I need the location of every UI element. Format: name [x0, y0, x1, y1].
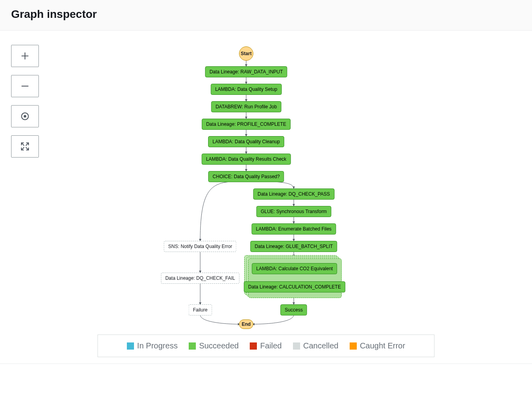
start-node[interactable]: Start: [239, 46, 253, 61]
svg-point-1: [24, 115, 26, 117]
node-enum-batched[interactable]: LAMBDA: Enumerate Batched Files: [252, 223, 336, 235]
legend-caught: Caught Error: [350, 341, 406, 350]
target-icon: [20, 111, 30, 121]
legend-cancelled: Cancelled: [293, 341, 339, 350]
node-calc-co2[interactable]: LAMBDA: Calculate CO2 Equivalent: [252, 263, 337, 274]
plus-icon: [20, 51, 30, 61]
node-profile-complete[interactable]: Data Lineage: PROFILE_COMPLETE: [202, 119, 291, 130]
swatch-succeeded: [189, 342, 196, 350]
legend: In Progress Succeeded Failed Cancelled C…: [98, 335, 434, 357]
node-raw-input[interactable]: Data Lineage: RAW_DATA_INPUT: [205, 66, 287, 77]
page-title: Graph inspector: [11, 8, 521, 21]
node-sns-error[interactable]: SNS: Notify Data Quality Error: [164, 241, 236, 252]
legend-succeeded: Succeeded: [189, 341, 239, 350]
node-success[interactable]: Success: [280, 304, 307, 315]
node-dq-fail[interactable]: Data Lineage: DQ_CHECK_FAIL: [161, 273, 239, 284]
legend-label: Succeeded: [199, 341, 239, 350]
legend-label: In Progress: [137, 341, 178, 350]
zoom-controls: [11, 45, 39, 158]
fullscreen-button[interactable]: [11, 135, 39, 158]
center-button[interactable]: [11, 105, 39, 127]
node-profile-job[interactable]: DATABREW: Run Profile Job: [211, 101, 281, 112]
node-choice[interactable]: CHOICE: Data Quality Passed?: [208, 171, 284, 182]
swatch-failed: [250, 342, 257, 350]
graph-canvas[interactable]: Start Data Lineage: RAW_DATA_INPUT LAMBD…: [0, 31, 532, 364]
expand-icon: [20, 142, 30, 151]
swatch-cancelled: [293, 342, 300, 350]
legend-label: Cancelled: [303, 341, 339, 350]
node-dq-setup[interactable]: LAMBDA: Data Quality Setup: [211, 84, 282, 95]
legend-label: Failed: [260, 341, 281, 350]
node-glue-transform[interactable]: GLUE: Synchronous Transform: [256, 206, 331, 217]
page-header: Graph inspector: [0, 0, 532, 31]
legend-label: Caught Error: [360, 341, 406, 350]
legend-in-progress: In Progress: [127, 341, 178, 350]
node-failure[interactable]: Failure: [189, 304, 212, 315]
node-dq-pass[interactable]: Data Lineage: DQ_CHECK_PASS: [253, 188, 335, 200]
node-dq-cleanup[interactable]: LAMBDA: Data Quality Cleanup: [208, 136, 284, 147]
node-calc-complete[interactable]: Data Lineage: CALCULATION_COMPLETE: [244, 281, 345, 292]
swatch-in-progress: [127, 342, 134, 350]
swatch-caught: [350, 342, 357, 350]
legend-failed: Failed: [250, 341, 281, 350]
node-dq-results[interactable]: LAMBDA: Data Quality Results Check: [202, 154, 291, 165]
node-batch-split[interactable]: Data Lineage: GLUE_BATCH_SPLIT: [250, 241, 337, 252]
zoom-out-button[interactable]: [11, 75, 39, 97]
end-node[interactable]: End: [239, 319, 253, 329]
zoom-in-button[interactable]: [11, 45, 39, 67]
minus-icon: [20, 81, 30, 91]
